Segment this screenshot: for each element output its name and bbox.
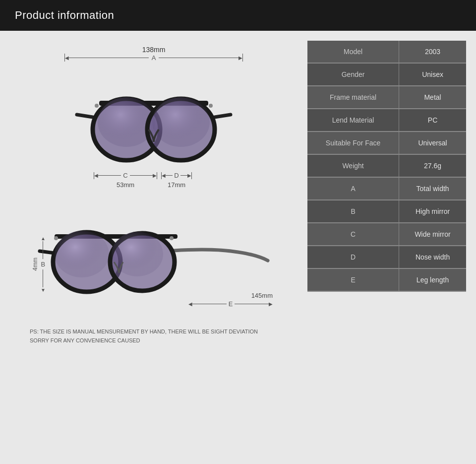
svg-point-9: [95, 104, 99, 108]
spec-value: Leg length: [399, 268, 466, 291]
spec-row: C Wide mirror: [307, 223, 466, 246]
dim-a-label: A: [149, 54, 159, 62]
page-title: Product information: [15, 9, 114, 21]
dim-d-label: D: [173, 172, 180, 179]
spec-value: Unisex: [399, 63, 466, 86]
spec-value: Total width: [399, 177, 466, 200]
ps-note: PS: THE SIZE IS MANUAL MENSUREMENT BY HA…: [25, 328, 283, 345]
front-view-glasses: [62, 63, 245, 172]
bottom-diagram: 4mm ▲ B ▼ 145mm ◀ E: [10, 199, 298, 345]
spec-table: Model 2003 Gender Unisex Frame material …: [307, 41, 466, 292]
spec-label: D: [307, 246, 399, 268]
page-header: Product information: [0, 0, 476, 31]
spec-label: Model: [307, 41, 399, 63]
spec-row: Model 2003: [307, 41, 466, 63]
spec-label: Gender: [307, 63, 399, 86]
top-diagram: 138mm ◀ A ▶: [10, 46, 298, 189]
dim-e-label: E: [227, 300, 235, 308]
spec-row: D Nose width: [307, 246, 466, 268]
spec-row: Gender Unisex: [307, 63, 466, 86]
spec-label: Weight: [307, 154, 399, 177]
svg-point-19: [54, 236, 58, 240]
spec-label: Lend Material: [307, 109, 399, 132]
total-width-value: 138mm: [142, 46, 166, 54]
spec-value: 27.6g: [399, 154, 466, 177]
spec-row: Suitable For Face Universal: [307, 132, 466, 154]
dim-b-mm: 4mm: [32, 258, 39, 271]
spec-value: 2003: [399, 41, 466, 63]
left-panel: 138mm ◀ A ▶: [10, 41, 298, 454]
spec-value: Metal: [399, 86, 466, 109]
spec-label: E: [307, 268, 399, 291]
spec-value: High mirror: [399, 200, 466, 223]
svg-point-10: [209, 104, 213, 108]
spec-label: Suitable For Face: [307, 132, 399, 154]
spec-row: Weight 27.6g: [307, 154, 466, 177]
spec-value: Wide mirror: [399, 223, 466, 246]
spec-label: A: [307, 177, 399, 200]
svg-line-1: [215, 115, 231, 117]
main-content: 138mm ◀ A ▶: [0, 31, 476, 464]
dim-b-label: B: [41, 261, 46, 268]
spec-row: E Leg length: [307, 268, 466, 291]
svg-line-0: [77, 115, 93, 117]
lens-width-value: 53mm: [117, 181, 134, 189]
right-panel: Model 2003 Gender Unisex Frame material …: [307, 41, 466, 454]
spec-value: Nose width: [399, 246, 466, 268]
spec-value: PC: [399, 109, 466, 132]
spec-row: Lend Material PC: [307, 109, 466, 132]
spec-label: Frame material: [307, 86, 399, 109]
spec-label: C: [307, 223, 399, 246]
spec-row: Frame material Metal: [307, 86, 466, 109]
svg-point-17: [55, 231, 109, 277]
svg-point-20: [170, 236, 174, 240]
leg-length-value: 145mm: [251, 292, 273, 299]
spec-row: B High mirror: [307, 200, 466, 223]
svg-point-8: [152, 97, 210, 147]
nose-bridge-value: 17mm: [168, 181, 185, 189]
spec-row: A Total width: [307, 177, 466, 200]
dim-c-label: C: [121, 172, 129, 179]
spec-label: B: [307, 200, 399, 223]
spec-value: Universal: [399, 132, 466, 154]
